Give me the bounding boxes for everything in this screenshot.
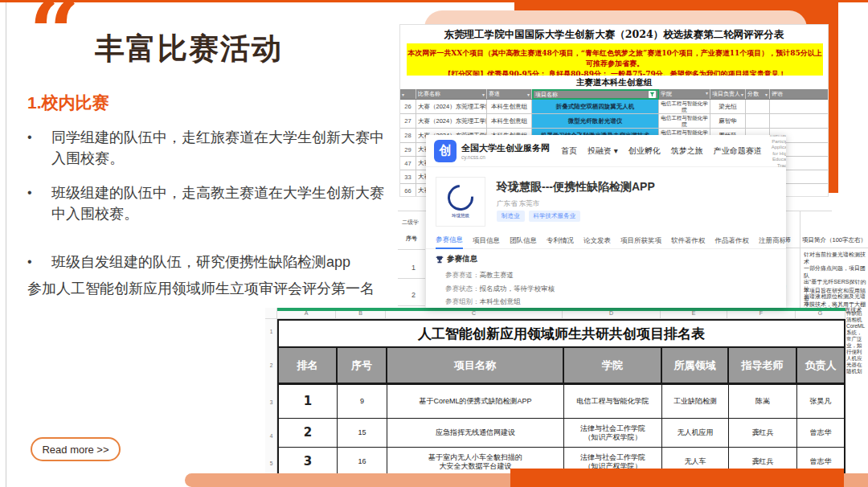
table-header-row: ▾ 比赛名称▾ 赛道▾ 项目名称 学院▾ 项目负责人▾ 分数▾ 评语 (400, 89, 829, 100)
group-header: 主赛道本科生创意组 (400, 77, 828, 88)
ncss-logo-icon[interactable]: 创 (434, 140, 457, 162)
bullet-text: 同学组建的队伍中，走红旅赛道在大学生创新大赛中入围校赛。 (51, 127, 389, 169)
list-item: • 班级自发组建的队伍，研究便携性缺陷检测app (27, 252, 389, 272)
website-nav: 首页 投融资 ▾ 创业孵化 筑梦之旅 产业命题赛道 (561, 145, 762, 157)
field-status: 参赛状态：报名成功，等待学校审核 (445, 282, 555, 296)
slide: “ 丰富比赛活动 1.校内比赛 • 同学组建的队伍中，走红旅赛道在大学生创新大赛… (0, 0, 868, 487)
tab-team-info[interactable]: 团队信息 (510, 233, 537, 249)
project-tabs: 参赛信息 项目信息 团队信息 专利情况 论文发表 项目所获奖项 软件著作权 作品… (426, 233, 786, 249)
ranking-sheet: A B C D E F G 1 2 3 4 5 人工智能创新应用领域师生共研共创… (265, 308, 845, 487)
summary-row-number: 1 (411, 264, 416, 272)
bullet-icon: • (27, 127, 51, 169)
evaluation-sheet-title: 东莞理工学院中国国际大学生创新大赛（2024）校选拔赛第二轮网评评分表 (400, 28, 828, 42)
tab-awards[interactable]: 项目所获奖项 (620, 233, 661, 249)
nav-investment[interactable]: 投融资 ▾ (588, 145, 618, 157)
intl-track-label: International Participant Application fo… (770, 135, 786, 169)
summary-col-intro: 项目简介（100字左右） (802, 236, 866, 244)
entry-info-fields: 参赛赛道：高教主赛道 参赛状态：报名成功，等待学校审核 参赛组别：本科生创意组 … (445, 268, 555, 308)
entry-info-section-title: 参赛信息 (436, 254, 477, 264)
row-numbers-column: 1 2 3 4 5 (265, 319, 277, 487)
table-row: 27 大赛（2024）东莞理工学院 本科生创意组 微型光纤散射光谱仪 电信工程与… (400, 114, 829, 129)
bullet-icon: • (27, 252, 51, 272)
section-heading: 1.校内比赛 (27, 92, 109, 114)
ranking-title: 人工智能创新应用领域师生共研共创项目排名表 (277, 319, 845, 346)
tab-patents[interactable]: 专利情况 (547, 233, 574, 249)
nav-dream-journey[interactable]: 筑梦之旅 (671, 145, 703, 157)
col-project[interactable]: 项目名称 (532, 89, 659, 100)
website-header: 创 全国大学生创业服务网 cy.ncss.cn 首页 投融资 ▾ 创业孵化 筑梦… (426, 135, 786, 167)
field-group: 参赛组别：本科生创意组 (445, 295, 555, 308)
summary-row-number: 2 (411, 291, 416, 299)
brand: 全国大学生创业服务网 cy.ncss.cn (461, 142, 550, 160)
corner-cell[interactable]: ▾ (400, 89, 416, 99)
summary-right-fragments: 件缺陷 清相机 CoreML 系统， 常广泛 业，如 行便利 人机应 光器在 随… (846, 310, 868, 374)
row-number[interactable]: 4 (265, 433, 277, 439)
continuation-text: 参加人工智能创新应用领域师生立项审评会评分第一名 (27, 278, 413, 299)
col-leader[interactable]: 项目负责人▾ (710, 89, 746, 99)
row-number[interactable]: 1 (265, 329, 277, 334)
col-score[interactable]: 分数▾ (746, 89, 770, 99)
project-tags: 制造业 科学技术服务业 (497, 211, 580, 222)
col-comp[interactable]: 比赛名称▾ (416, 89, 487, 99)
brand-domain: cy.ncss.cn (461, 154, 550, 160)
tag-sci-tech-service: 科学技术服务业 (529, 211, 581, 222)
bullet-text: 班级组建的队伍中，走高教主赛道在大学生创新大赛中入围校赛。 (51, 182, 389, 224)
nav-industry-track[interactable]: 产业命题赛道 (714, 145, 762, 157)
list-item: • 同学组建的队伍中，走红旅赛道在大学生创新大赛中入围校赛。 (27, 127, 389, 169)
project-logo: 玲珑慧眼 (436, 177, 485, 227)
col-comment[interactable]: 评语 (770, 89, 829, 99)
sheet-green-bar (277, 308, 845, 311)
nav-incubation[interactable]: 创业孵化 (628, 145, 661, 157)
bottom-orange-bar (510, 469, 844, 487)
tag-manufacturing: 制造业 (497, 211, 525, 222)
tab-papers[interactable]: 论文发表 (583, 233, 611, 249)
row-number[interactable]: 5 (265, 460, 277, 466)
bullet-list: • 同学组建的队伍中，走红旅赛道在大学生创新大赛中入围校赛。 • 班级组建的队伍… (27, 127, 389, 286)
bullet-text: 班级自发组建的队伍，研究便携性缺陷检测app (51, 252, 350, 272)
banner-line1: 本次网评一共XX个项目（其中高教主赛道48个项目，“青年红色筑梦之旅”赛道10个… (407, 48, 823, 69)
project-title: 玲珑慧眼---便携性缺陷检测APP (497, 180, 655, 194)
brand-name: 全国大学生创业服务网 (461, 142, 550, 154)
tab-trademark[interactable]: 注册商标 (759, 233, 786, 249)
field-track: 参赛赛道：高教主赛道 (445, 268, 555, 282)
cy-ncss-website-card: 创 全国大学生创业服务网 cy.ncss.cn 首页 投融资 ▾ 创业孵化 筑梦… (426, 135, 786, 308)
tab-entry-info[interactable]: 参赛信息 (436, 233, 463, 249)
page-title: 丰富比赛活动 (95, 29, 283, 69)
bullet-icon: • (27, 182, 51, 224)
table-row: 1 9 基于CoreML的便携式缺陷检测APP 电信工程与智能化学院 工业缺陷检… (277, 385, 845, 419)
row-number[interactable]: 3 (265, 399, 277, 405)
table-row: 26 大赛（2024）东莞理工学院 本科生创意组 折叠式陆空双栖四旋翼无人机 电… (400, 100, 829, 114)
slide-left-border (6, 2, 6, 487)
col-college[interactable]: 学院▾ (659, 89, 710, 99)
filter-icon[interactable] (649, 91, 656, 98)
tab-software-copyright[interactable]: 软件著作权 (671, 233, 706, 249)
tab-work-copyright[interactable]: 作品著作权 (715, 233, 750, 249)
col-track[interactable]: 赛道▾ (487, 89, 532, 99)
list-item: • 班级组建的队伍中，走高教主赛道在大学生创新大赛中入围校赛。 (27, 182, 389, 224)
table-row: 2 15 应急指挥无线通信网建设 法律与社会工作学院 （知识产权学院） 无人机应… (277, 419, 845, 448)
project-location: 广东省 东莞市 (497, 199, 539, 209)
ranking-table: 人工智能创新应用领域师生共研共创项目排名表 排名 序号 项目名称 学院 所属领域… (277, 319, 845, 487)
nav-home[interactable]: 首页 (561, 145, 577, 157)
trophy-icon (436, 256, 444, 264)
evaluation-banner: 本次网评一共XX个项目（其中高教主赛道48个项目，“青年红色筑梦之旅”赛道10个… (407, 43, 823, 76)
project-logo-text: 玲珑慧眼 (452, 213, 469, 219)
row-number[interactable]: 2 (265, 362, 277, 368)
project-logo-icon (442, 179, 478, 215)
summary-left-col-header: 序号 (406, 235, 417, 243)
summary-left-fragment: 二级学 (402, 219, 419, 227)
ranking-header-row: 排名 序号 项目名称 学院 所属领域 指导老师 负责人 (277, 346, 845, 385)
tab-project-info[interactable]: 项目信息 (473, 233, 500, 249)
banner-line2: 【打分区间】优秀是90-95分； 良好是80-89分； 一般是75-79分。希望… (407, 69, 823, 76)
read-more-button[interactable]: Read more >> (31, 437, 121, 461)
